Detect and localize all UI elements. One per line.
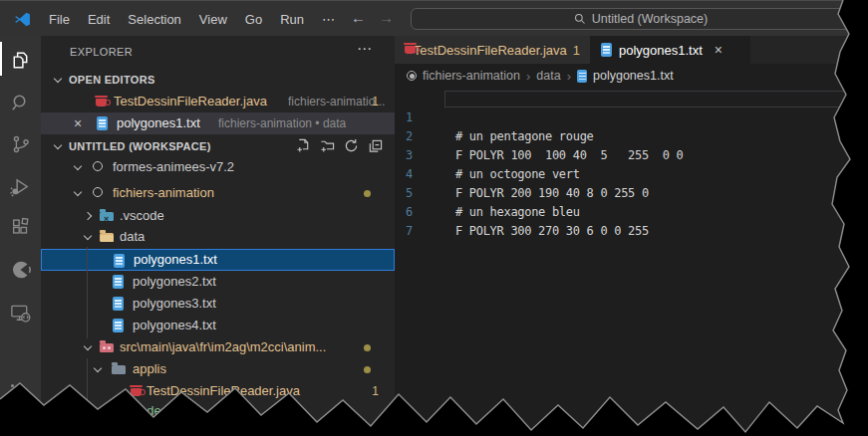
tree-item-partial[interactable]: ader <box>41 400 395 422</box>
tree-item-applis-folder[interactable]: applis <box>41 358 395 380</box>
activity-bar <box>0 36 41 436</box>
txt-file-icon <box>113 275 124 289</box>
txt-file-icon <box>97 116 108 130</box>
tab-polygones1-active[interactable]: polygones1.txt × <box>591 36 750 64</box>
tab-title: TestDessinFileReader.java <box>414 43 567 58</box>
tab-testdessin-java[interactable]: TestDessinFileReader.java 1 <box>395 36 591 64</box>
breadcrumb-item[interactable]: polygones1.txt <box>593 69 674 83</box>
txt-file-icon <box>113 297 124 311</box>
tree-item-label: .vscode <box>120 205 164 227</box>
run-debug-icon[interactable] <box>0 166 41 206</box>
chevron-down-icon <box>74 162 82 170</box>
modified-badge: 1 <box>372 380 379 402</box>
navigate-forward-icon[interactable]: → <box>379 9 394 26</box>
tree-item-label: fichiers-animation <box>113 182 214 204</box>
tab-title: polygones1.txt <box>619 43 703 58</box>
remote-explorer-icon[interactable] <box>0 293 41 332</box>
open-editors-section-header[interactable]: OPEN EDITORS <box>41 69 395 91</box>
close-icon[interactable]: × <box>715 42 723 58</box>
txt-file-icon <box>601 43 612 57</box>
symbol-circle-icon <box>407 71 417 81</box>
tree-item-polygones1-selected[interactable]: polygones1.txt <box>41 249 395 271</box>
modified-dot <box>364 190 371 197</box>
tree-item-polygones3[interactable]: polygones3.txt <box>41 293 395 315</box>
open-editor-filename: polygones1.txt <box>117 112 200 134</box>
folder-icon <box>112 365 126 374</box>
command-center-search[interactable]: Untitled (Workspace) <box>411 8 868 30</box>
tree-item-fichiers-animation[interactable]: fichiers-animation <box>41 182 395 204</box>
chevron-right-icon <box>84 212 92 220</box>
tree-item-label: polygones3.txt <box>133 293 216 315</box>
modified-dot <box>364 366 371 373</box>
new-file-icon[interactable] <box>296 138 311 153</box>
screenshot-stage: File Edit Selection View Go Run ⋯ ← → Un… <box>0 0 868 436</box>
tree-item-polygones2[interactable]: polygones2.txt <box>41 271 395 293</box>
extensions-icon[interactable] <box>0 207 41 247</box>
chevron-down-icon <box>84 232 92 240</box>
tree-item-label: ader <box>140 400 165 422</box>
pie-circle-extension-icon[interactable] <box>0 250 41 290</box>
chevron-down-icon <box>84 342 92 350</box>
sidebar-more-actions-icon[interactable]: ⋯ <box>357 40 373 58</box>
workspace-label: UNTITLED (WORKSPACE) <box>69 135 211 157</box>
chevron-down-icon <box>54 75 62 83</box>
tree-item-label: data <box>120 226 145 248</box>
sidebar-title: EXPLORER <box>70 46 133 58</box>
settings-gear-remnant-icon <box>11 384 14 387</box>
menu-run[interactable]: Run <box>271 12 313 27</box>
java-file-icon <box>405 46 416 54</box>
tree-item-testdessin-java[interactable]: TestDessinFileReader.java 1 <box>41 380 395 402</box>
navigate-back-icon[interactable]: ← <box>351 9 366 26</box>
workspace-section-header[interactable]: UNTITLED (WORKSPACE) <box>41 135 395 157</box>
line-number: 7 <box>395 222 413 241</box>
menu-selection[interactable]: Selection <box>119 12 189 27</box>
open-folder-icon <box>100 233 114 242</box>
open-editor-item-java[interactable]: TestDessinFileReader.java fichiers-anima… <box>41 91 395 112</box>
breadcrumb-item[interactable]: fichiers-animation <box>423 69 520 83</box>
settings-gear-remnant-icon <box>19 387 22 390</box>
code-line[interactable]: F POLYR 300 270 30 6 0 0 255 <box>455 222 649 241</box>
txt-file-icon <box>577 70 587 83</box>
new-folder-icon[interactable] <box>320 138 335 153</box>
tree-item-src-folder[interactable]: src\main\java\fr\im2ag\m2cci\anim... <box>41 336 395 358</box>
menu-go[interactable]: Go <box>236 12 271 27</box>
chevron-down-icon <box>94 364 102 372</box>
collapse-all-icon[interactable] <box>368 138 383 153</box>
tree-item-formes-animees[interactable]: formes-animees-v7.2 <box>41 156 395 178</box>
explorer-sidebar: EXPLORER ⋯ OPEN EDITORS TestDessinFileRe… <box>41 36 395 436</box>
open-editor-item-polygones1[interactable]: × polygones1.txt fichiers-animation • da… <box>41 112 395 134</box>
java-file-icon <box>131 388 142 396</box>
open-editors-label: OPEN EDITORS <box>69 69 155 91</box>
menu-view[interactable]: View <box>190 12 236 27</box>
tree-item-label: TestDessinFileReader.java <box>146 380 300 402</box>
breadcrumb-item[interactable]: data <box>536 69 560 83</box>
tree-item-vscode-folder[interactable]: .vscode <box>41 205 395 227</box>
refresh-icon[interactable] <box>344 138 359 153</box>
command-center-label: Untitled (Workspace) <box>592 12 708 26</box>
tree-item-label: polygones1.txt <box>134 250 217 270</box>
menu-more-icon[interactable]: ⋯ <box>313 12 344 27</box>
tree-item-label: applis <box>133 358 166 380</box>
open-editor-description: fichiers-animatio... <box>288 91 385 112</box>
close-icon[interactable]: × <box>74 112 82 134</box>
menu-edit[interactable]: Edit <box>79 12 119 27</box>
src-folder-icon <box>100 343 114 352</box>
tab-modified-badge: 1 <box>573 43 580 58</box>
explorer-actions <box>296 138 383 153</box>
modified-badge: 1 <box>372 91 379 112</box>
txt-file-icon <box>113 319 124 332</box>
explorer-icon[interactable] <box>0 40 41 80</box>
tree-item-data-folder[interactable]: data <box>41 226 395 248</box>
code-area[interactable]: 1 # un pentagone rouge 2 F POLYR 100 100… <box>395 90 868 436</box>
tree-item-label: polygones4.txt <box>133 315 216 336</box>
search-view-icon[interactable] <box>0 83 41 122</box>
tree-item-label: formes-animees-v7.2 <box>113 156 234 178</box>
indent-guide <box>87 358 88 408</box>
open-editor-description: fichiers-animation • data <box>218 112 346 134</box>
source-control-icon[interactable] <box>0 124 41 164</box>
vscode-logo-icon <box>13 10 32 29</box>
menu-file[interactable]: File <box>40 12 79 27</box>
chevron-down-icon <box>74 188 82 196</box>
tree-item-polygones4[interactable]: polygones4.txt <box>41 315 395 336</box>
search-icon <box>574 13 586 25</box>
